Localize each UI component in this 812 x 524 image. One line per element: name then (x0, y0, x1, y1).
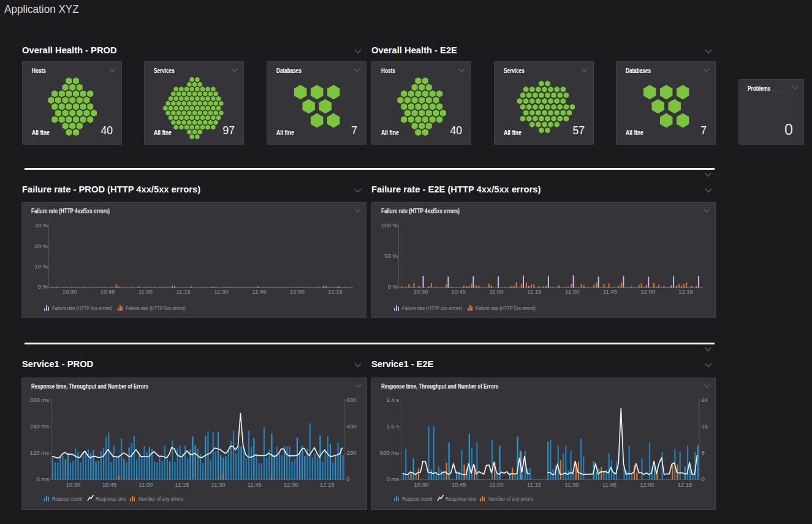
svg-text:11:45: 11:45 (248, 481, 262, 488)
svg-text:800 ms: 800 ms (380, 449, 399, 456)
svg-text:12:15: 12:15 (678, 481, 692, 488)
svg-text:Failure rate (HTTP 5xx errors): Failure rate (HTTP 5xx errors) (476, 305, 536, 311)
svg-text:8: 8 (702, 449, 705, 456)
svg-text:11:45: 11:45 (603, 288, 617, 295)
svg-text:10:45: 10:45 (452, 481, 466, 488)
svg-text:Response time: Response time (446, 495, 476, 502)
svg-text:360 ms: 360 ms (30, 397, 49, 403)
svg-text:Request count: Request count (402, 495, 433, 502)
svg-text:10:45: 10:45 (102, 481, 117, 488)
svg-text:11:00: 11:00 (489, 288, 503, 295)
svg-text:240 ms: 240 ms (30, 423, 49, 430)
svg-text:10:45: 10:45 (101, 288, 115, 295)
svg-text:10:30: 10:30 (414, 481, 428, 488)
svg-text:10 %: 10 % (34, 263, 48, 270)
svg-text:12:15: 12:15 (678, 288, 693, 295)
svg-text:0 %: 0 % (388, 283, 398, 290)
svg-text:0: 0 (702, 476, 705, 482)
svg-text:10:30: 10:30 (63, 288, 77, 295)
svg-text:Number of any errors: Number of any errors (138, 495, 183, 502)
svg-text:11:30: 11:30 (211, 481, 226, 488)
svg-text:1.6 s: 1.6 s (386, 423, 399, 430)
svg-text:50 %: 50 % (384, 253, 398, 259)
svg-text:10:30: 10:30 (414, 288, 428, 295)
svg-text:Failure rate (HTTP 4xx errors): Failure rate (HTTP 4xx errors) (52, 305, 112, 311)
svg-text:0 ms: 0 ms (386, 476, 399, 482)
svg-text:11:30: 11:30 (564, 481, 579, 488)
svg-text:11:30: 11:30 (565, 288, 579, 295)
svg-text:0: 0 (347, 476, 350, 482)
svg-text:12:00: 12:00 (640, 481, 655, 488)
svg-text:11:15: 11:15 (176, 288, 191, 295)
svg-text:200: 200 (347, 449, 357, 456)
svg-text:0 ms: 0 ms (36, 476, 49, 482)
svg-text:Failure rate (HTTP 4xx errors): Failure rate (HTTP 4xx errors) (402, 305, 462, 311)
svg-text:10:30: 10:30 (66, 481, 81, 488)
svg-text:10:45: 10:45 (451, 288, 466, 295)
svg-text:11:15: 11:15 (175, 481, 189, 488)
svg-text:20 %: 20 % (34, 243, 48, 249)
svg-text:11:00: 11:00 (138, 288, 153, 295)
svg-text:12:15: 12:15 (328, 288, 343, 295)
svg-text:24: 24 (702, 397, 708, 403)
svg-text:2.4 s: 2.4 s (386, 397, 399, 403)
svg-text:600: 600 (347, 397, 357, 403)
svg-text:Request count: Request count (52, 495, 83, 502)
svg-text:12:00: 12:00 (290, 288, 305, 295)
svg-text:11:45: 11:45 (602, 481, 617, 488)
svg-text:Failure rate (HTTP 5xx errors): Failure rate (HTTP 5xx errors) (126, 305, 186, 311)
svg-text:11:15: 11:15 (527, 288, 541, 295)
svg-text:12:00: 12:00 (640, 288, 655, 295)
svg-text:11:45: 11:45 (252, 288, 266, 295)
svg-text:12:00: 12:00 (284, 481, 298, 488)
svg-text:120 ms: 120 ms (30, 449, 49, 456)
svg-text:400: 400 (347, 423, 357, 430)
svg-text:Response time: Response time (96, 495, 126, 502)
svg-text:11:30: 11:30 (214, 288, 229, 295)
svg-text:30 %: 30 % (34, 222, 48, 229)
svg-text:0 %: 0 % (38, 283, 48, 290)
svg-text:100 %: 100 % (381, 222, 398, 229)
svg-text:11:00: 11:00 (490, 481, 504, 488)
svg-text:11:15: 11:15 (527, 481, 541, 488)
svg-text:12:15: 12:15 (320, 481, 335, 488)
svg-text:11:00: 11:00 (138, 481, 153, 488)
svg-text:Number of any errors: Number of any errors (488, 495, 533, 502)
svg-text:16: 16 (702, 423, 708, 430)
